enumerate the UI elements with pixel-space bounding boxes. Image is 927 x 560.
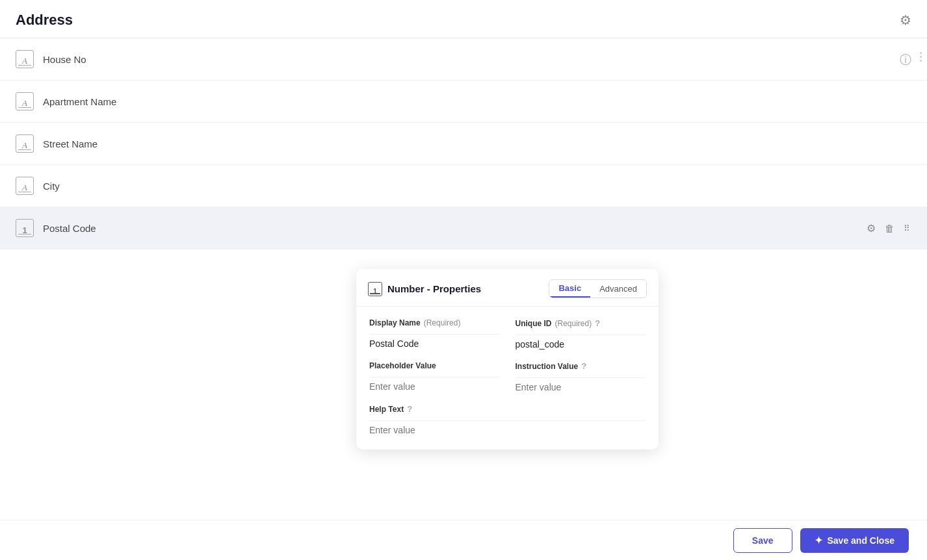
- help-text-input[interactable]: [369, 425, 646, 435]
- field-row-postal-code[interactable]: 1 Postal Code ⚙ 🗑 ⠿: [0, 207, 927, 249]
- field-drag-icon[interactable]: ⠿: [904, 223, 911, 233]
- field-settings-icon[interactable]: ⚙: [867, 222, 876, 235]
- unique-id-label: Unique ID (Required) ?: [516, 318, 646, 328]
- unique-id-value[interactable]: postal_code: [516, 339, 646, 350]
- panel-field-placeholder: Placeholder Value: [369, 361, 500, 392]
- instruction-help-icon[interactable]: ?: [581, 361, 586, 371]
- field-label-house-no: House No: [43, 54, 86, 65]
- bottom-bar: Save ✦ Save and Close: [0, 520, 927, 560]
- tab-basic[interactable]: Basic: [549, 280, 590, 298]
- field-row-city[interactable]: A City: [0, 165, 927, 207]
- help-text-label: Help Text ?: [369, 404, 646, 414]
- instruction-label: Instruction Value ?: [516, 361, 646, 371]
- help-text-help-icon[interactable]: ?: [407, 404, 412, 414]
- text-field-icon: A: [16, 134, 34, 153]
- field-row-street-name[interactable]: A Street Name: [0, 123, 927, 165]
- field-row-house-no[interactable]: A House No: [0, 38, 927, 81]
- number-field-icon: 1: [16, 219, 34, 237]
- unique-id-help-icon[interactable]: ?: [595, 318, 600, 328]
- save-close-button[interactable]: ✦ Save and Close: [800, 528, 909, 553]
- field-label-postal-code: Postal Code: [43, 223, 96, 234]
- save-button[interactable]: Save: [733, 528, 792, 553]
- field-label-apartment-name: Apartment Name: [43, 96, 116, 107]
- placeholder-label: Placeholder Value: [369, 361, 500, 370]
- panel-field-unique-id: Unique ID (Required) ? postal_code: [516, 318, 646, 350]
- instruction-input[interactable]: [516, 382, 646, 392]
- save-close-label: Save and Close: [828, 535, 895, 546]
- display-name-value[interactable]: Postal Code: [369, 338, 500, 349]
- panel-fields-grid: Display Name (Required) Postal Code Uniq…: [369, 318, 646, 435]
- panel-header: 1 Number - Properties Basic Advanced: [356, 269, 659, 307]
- panel-field-display-name: Display Name (Required) Postal Code: [369, 318, 500, 350]
- properties-panel: 1 Number - Properties Basic Advanced Dis…: [356, 269, 659, 450]
- panel-tabs: Basic Advanced: [549, 279, 647, 298]
- field-label-city: City: [43, 181, 60, 192]
- placeholder-input[interactable]: [369, 381, 500, 392]
- page-header: Address ⚙: [0, 0, 927, 38]
- panel-title: Number - Properties: [387, 283, 481, 294]
- panel-title-row: 1 Number - Properties: [368, 282, 481, 296]
- field-label-street-name: Street Name: [43, 138, 98, 149]
- save-close-icon: ✦: [815, 535, 823, 546]
- text-field-icon: A: [16, 177, 34, 195]
- panel-number-icon: 1: [368, 282, 382, 296]
- text-field-icon: A: [16, 92, 34, 110]
- panel-field-help-text: Help Text ?: [369, 404, 646, 435]
- text-field-icon: A: [16, 50, 34, 68]
- page-title: Address: [16, 12, 73, 29]
- field-row-actions: ⚙ 🗑 ⠿: [867, 222, 911, 235]
- settings-icon[interactable]: ⚙: [900, 12, 911, 28]
- panel-body: Display Name (Required) Postal Code Uniq…: [356, 307, 659, 450]
- display-name-label: Display Name (Required): [369, 318, 500, 327]
- field-list: A House No A Apartment Name A Street Nam…: [0, 38, 927, 249]
- field-delete-icon[interactable]: 🗑: [885, 223, 894, 234]
- tab-advanced[interactable]: Advanced: [590, 281, 646, 297]
- field-row-apartment-name[interactable]: A Apartment Name: [0, 81, 927, 123]
- panel-field-instruction: Instruction Value ?: [516, 361, 646, 392]
